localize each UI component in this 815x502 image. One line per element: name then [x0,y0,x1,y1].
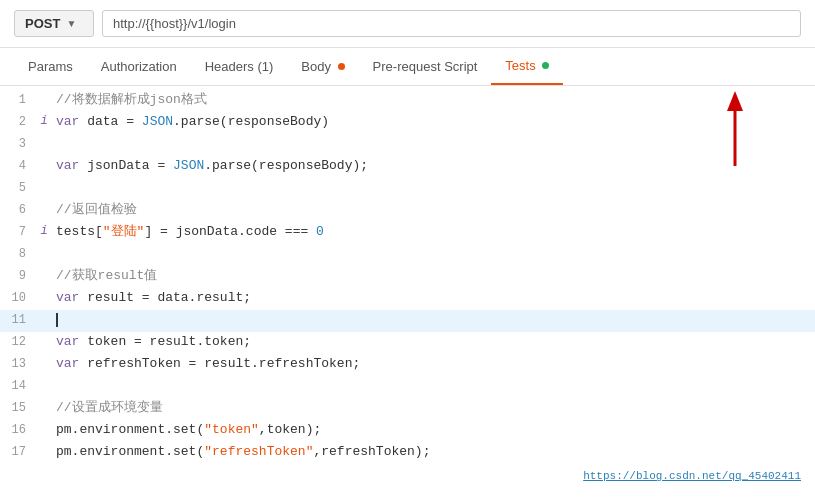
code-line-16: 16 pm.environment.set("token",token); [0,420,815,442]
code-line-12: 12 var token = result.token; [0,332,815,354]
body-dot [338,63,345,70]
tab-body[interactable]: Body [287,49,358,84]
tests-dot [542,62,549,69]
code-line-7: 7 i tests["登陆"] = jsonData.code === 0 [0,222,815,244]
code-line-3: 3 [0,134,815,156]
tab-params[interactable]: Params [14,49,87,84]
method-label: POST [25,16,60,31]
url-bar: POST ▼ [0,0,815,48]
watermark: https://blog.csdn.net/qq_45402411 [583,468,801,486]
code-line-11: 11 [0,310,815,332]
code-editor[interactable]: 1 //将数据解析成json格式 2 i var data = JSON.par… [0,86,815,494]
code-line-4: 4 var jsonData = JSON.parse(responseBody… [0,156,815,178]
tab-prerequest[interactable]: Pre-request Script [359,49,492,84]
code-line-17: 17 pm.environment.set("refreshToken",ref… [0,442,815,464]
tab-headers[interactable]: Headers (1) [191,49,288,84]
code-line-6: 6 //返回值检验 [0,200,815,222]
url-input[interactable] [102,10,801,37]
code-line-10: 10 var result = data.result; [0,288,815,310]
code-line-1: 1 //将数据解析成json格式 [0,90,815,112]
chevron-down-icon: ▼ [66,18,76,29]
tab-tests[interactable]: Tests [491,48,563,85]
code-line-13: 13 var refreshToken = result.refreshToke… [0,354,815,376]
method-select[interactable]: POST ▼ [14,10,94,37]
tab-authorization[interactable]: Authorization [87,49,191,84]
code-line-15: 15 //设置成环境变量 [0,398,815,420]
tabs-bar: Params Authorization Headers (1) Body Pr… [0,48,815,86]
code-line-2: 2 i var data = JSON.parse(responseBody) [0,112,815,134]
code-line-9: 9 //获取result值 [0,266,815,288]
code-line-14: 14 [0,376,815,398]
code-line-5: 5 [0,178,815,200]
code-line-8: 8 [0,244,815,266]
